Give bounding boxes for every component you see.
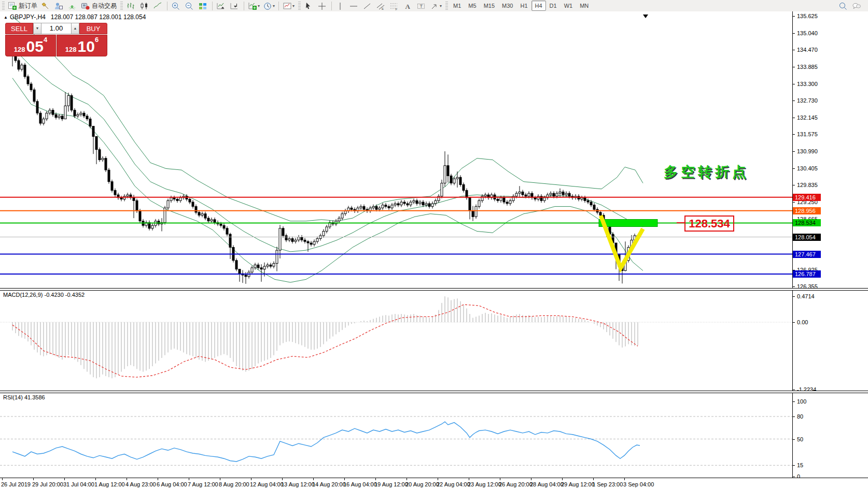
timeframe-button-m30[interactable]: M30 [498,1,516,11]
zoom-out-button[interactable] [183,0,197,11]
templates-button[interactable]: ▾ [281,0,296,11]
macd-indicator-label: MACD(12,26,9) -0.4230 -0.4352 [3,292,85,298]
fibo-button[interactable]: F [388,0,401,11]
axis-tick-mark [793,50,795,50]
volume-input[interactable]: 1.00 [41,23,71,34]
auto-scroll-button[interactable] [215,0,228,11]
time-axis[interactable]: 26 Jul 201929 Jul 20:0031 Jul 04:001 Aug… [0,478,868,489]
macd-signal-line [12,305,638,377]
time-tick-mark [344,478,345,480]
axis-tick-mark [793,134,795,135]
toolbar-right-group [837,0,868,11]
macd-panel-separator[interactable] [0,288,868,291]
chart-plot-area[interactable] [0,11,792,478]
label-button[interactable]: T [415,0,428,11]
sell-price-button[interactable]: 128 05 4 [5,35,56,56]
line-chart-icon [153,2,162,10]
time-tick-mark [438,478,438,480]
timeframe-button-h4[interactable]: H4 [531,1,546,11]
rsi-panel-separator[interactable] [0,391,868,393]
timeframe-button-m15[interactable]: M15 [480,1,498,11]
svg-text:A: A [405,3,411,10]
time-tick-mark [2,478,3,480]
search-button[interactable] [837,0,850,11]
dropdown-arrow-icon[interactable]: ▾ [292,4,295,8]
price-tag-127.467: 127.467 [793,251,821,258]
dropdown-arrow-icon[interactable]: ▾ [440,4,442,8]
price-axis-tick: 135.625 [797,13,818,20]
price-tag-128.534: 128.534 [793,219,821,226]
zoom-in-button[interactable] [170,0,183,11]
axis-tick-mark [793,202,795,203]
experts-button[interactable] [52,0,66,11]
buy-price-prefix: 128 [65,46,77,53]
axis-tick-mark [793,296,795,297]
rsi-indicator-label: RSI(14) 41.3586 [3,394,45,400]
timeframe-button-h1[interactable]: H1 [516,1,531,11]
text-button[interactable]: A [401,0,415,11]
time-axis-label: 31 Jul 04:00 [63,481,94,487]
bollinger-middle-line [12,48,643,252]
vline-icon [335,2,345,10]
crosshair-icon [317,2,327,10]
channel-button[interactable]: E [374,0,388,11]
axis-tick-mark [793,322,795,323]
auto-scroll-icon [216,2,226,10]
axis-tick-mark [793,84,795,84]
chart-window[interactable]: 135.625135.040134.470133.885133.300132.7… [0,11,868,489]
chart-shift-marker-icon[interactable] [643,15,648,18]
time-axis-label: 23 Aug 12:00 [468,481,501,487]
time-axis-label: 26 Jul 2019 [1,481,31,487]
crosshair-button[interactable] [316,0,329,11]
price-callout-label: 128.534 [684,215,734,232]
time-axis-label: 14 Aug 20:00 [312,481,346,487]
indicators-button[interactable]: ▾ [246,0,261,11]
timeframe-button-m5[interactable]: M5 [465,1,480,11]
signal-icon [67,2,77,10]
buy-button[interactable]: BUY [79,23,107,34]
dropdown-arrow-icon[interactable]: ▾ [273,4,275,8]
signal-button[interactable] [66,0,79,11]
trendline-button[interactable] [361,0,374,11]
timeframe-button-d1[interactable]: D1 [546,1,561,11]
tile-windows-icon [198,2,207,10]
channel-icon: E [376,2,385,10]
periods-button[interactable]: ▾ [261,0,276,11]
time-axis-label: 29 Jul 20:00 [32,481,63,487]
timeframe-button-mn[interactable]: MN [576,1,592,11]
buy-price-button[interactable]: 128 10 6 [57,35,107,56]
tile-windows-button[interactable] [197,0,210,11]
dropdown-arrow-icon[interactable]: ▾ [258,4,260,8]
time-axis-label: 12 Aug 04:00 [250,481,284,487]
volume-increase-button[interactable]: ▲ [71,23,79,34]
autotrade-button[interactable]: 自动交易 [79,0,118,11]
timeframe-button-w1[interactable]: W1 [561,1,577,11]
bar-chart-button[interactable] [124,0,138,11]
candle-chart-button[interactable] [138,0,151,11]
new-order-button[interactable]: 新订单 [6,0,39,11]
time-axis-label: 20 Aug 20:00 [405,481,439,487]
shapes-button[interactable]: ▾ [428,0,443,11]
hammer-button[interactable] [39,0,52,11]
hline-button[interactable] [347,0,361,11]
line-chart-button[interactable] [151,0,165,11]
sell-button[interactable]: SELL [5,23,33,34]
toolbar-separator [120,2,123,10]
cursor-button[interactable] [302,0,316,11]
time-tick-mark [189,478,189,480]
fibo-icon: F [389,2,399,10]
time-axis-label: 6 Aug 04:00 [157,481,187,487]
collapse-panel-icon[interactable]: ▲ [4,15,8,20]
support-zone-rect[interactable] [599,220,657,227]
axis-tick-mark [793,390,795,390]
axis-tick-mark [793,185,795,185]
price-axis-tick: 132.730 [797,97,818,104]
toolbar-separator [244,2,244,10]
volume-decrease-button[interactable]: ▼ [33,23,41,34]
axis-tick-mark [793,67,795,67]
vline-button[interactable] [334,0,347,11]
timeframe-button-m1[interactable]: M1 [450,1,465,11]
chat-button[interactable] [850,0,864,11]
chart-shift-button[interactable] [228,0,242,11]
price-axis[interactable]: 135.625135.040134.470133.885133.300132.7… [793,11,868,478]
